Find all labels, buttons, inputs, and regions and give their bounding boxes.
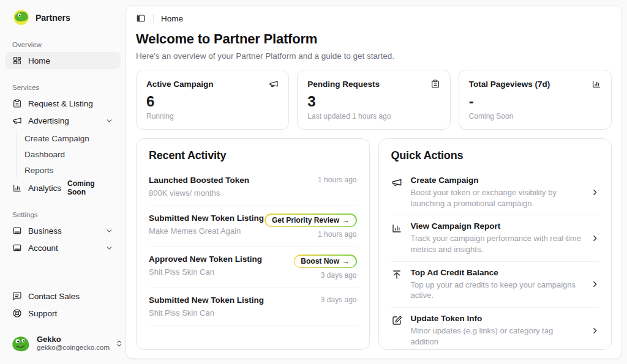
nav-label: Account — [28, 243, 58, 253]
sidebar-item-account[interactable]: Account — [5, 239, 121, 256]
sidebar-toggle-icon[interactable] — [136, 13, 146, 23]
nav-label: Advertising — [28, 116, 69, 125]
activity-row: Launched Boosted Token 800K views/ month… — [149, 168, 357, 206]
quick-action-top-ad-credit[interactable]: Top Ad Credit Balance Top up your ad cre… — [391, 262, 599, 308]
stats-row: Active Campaign 6 Running Pending Reques… — [126, 61, 621, 130]
activity-row: Submitted New Token Listing Shit Piss Sk… — [149, 288, 357, 326]
pill-label: Boost Now — [301, 257, 339, 266]
sidebar-item-business[interactable]: Business — [5, 222, 121, 239]
page-title: Welcome to Partner Platform — [136, 31, 612, 47]
quick-action-view-campaign-report[interactable]: View Campaign Report Track your campaign… — [391, 215, 599, 261]
sidebar-item-request-listing[interactable]: Request & Listing — [5, 95, 121, 112]
activity-time: 3 days ago — [321, 295, 357, 304]
megaphone-icon — [391, 177, 402, 188]
content-row: Recent Activity Launched Boosted Token 8… — [126, 130, 621, 358]
section-label-services: Services — [5, 84, 121, 91]
card-icon — [12, 226, 22, 236]
activity-row: Approved New Token Listing Shit Piss Ski… — [149, 247, 357, 288]
quick-action-create-campaign[interactable]: Create Campaign Boost your token or exch… — [391, 169, 599, 215]
arrow-right-icon: → — [342, 257, 350, 266]
breadcrumb[interactable]: Home — [161, 14, 183, 23]
activity-subtitle: Shit Piss Skin Can — [149, 308, 264, 318]
nav-label: Analytics — [28, 184, 61, 193]
message-icon — [12, 291, 22, 301]
chevron-right-icon — [591, 280, 599, 288]
megaphone-icon — [269, 79, 279, 89]
get-priority-review-button[interactable]: Get Priority Review→ — [265, 214, 356, 227]
chevron-right-icon — [591, 234, 599, 242]
pill-label: Get Priority Review — [272, 216, 339, 225]
user-name: Gekko — [37, 335, 110, 344]
quick-actions-list: Create Campaign Boost your token or exch… — [391, 169, 599, 350]
bar-chart-icon — [12, 183, 22, 193]
quick-actions-card: Quick Actions Create Campaign Boost your… — [378, 138, 612, 350]
nav-label: Home — [28, 56, 50, 65]
stat-card-active-campaign: Active Campaign 6 Running — [136, 70, 289, 130]
chevron-right-icon — [591, 188, 599, 196]
sidebar-spacer — [5, 256, 121, 288]
sidebar-subitem-create-campaign[interactable]: Create Campaign — [17, 130, 121, 146]
quick-action-title: Create Campaign — [411, 176, 583, 185]
stat-value: - — [469, 93, 601, 110]
nav-label: Business — [28, 226, 62, 236]
activity-subtitle: Make Memes Great Again — [149, 226, 264, 236]
sidebar-item-support[interactable]: Support — [5, 305, 121, 322]
chevron-down-icon — [105, 117, 113, 125]
chevron-down-icon — [105, 227, 113, 235]
clipboard-icon — [430, 79, 440, 89]
clipboard-icon — [12, 98, 22, 108]
advertising-submenu: Create Campaign Dashboard Reports — [17, 130, 121, 178]
quick-action-title: Top Ad Credit Balance — [411, 268, 583, 277]
activity-time: 1 hours ago — [318, 230, 356, 239]
bar-chart-icon — [391, 223, 402, 234]
quick-action-desc: Boost your token or exchange visibility … — [411, 187, 583, 209]
sidebar-subitem-dashboard[interactable]: Dashboard — [17, 146, 121, 162]
brand-name: Partners — [36, 13, 70, 23]
section-label-settings: Settings — [5, 211, 121, 218]
card-icon — [12, 243, 22, 253]
activity-time: 3 days ago — [321, 271, 357, 280]
page-subtitle: Here's an overview of your Partner Platf… — [136, 51, 612, 61]
stat-caption: Running — [146, 112, 279, 121]
sidebar-item-contact-sales[interactable]: Contact Sales — [5, 288, 121, 305]
stat-caption: Last updated 1 hours ago — [307, 112, 440, 121]
quick-action-update-token-info[interactable]: Update Token Info Minor updates (e.g lin… — [391, 308, 599, 350]
nav-label: Support — [28, 309, 57, 318]
chevron-right-icon — [591, 327, 599, 335]
stat-title: Total Pageviews (7d) — [469, 80, 550, 89]
chevron-down-icon — [105, 244, 113, 252]
stat-card-pending-requests: Pending Requests 3 Last updated 1 hours … — [297, 70, 450, 130]
edit-icon — [391, 315, 402, 326]
stat-title: Pending Requests — [307, 80, 380, 89]
activity-time: 1 hours ago — [318, 176, 356, 184]
brand: Partners — [5, 9, 121, 26]
topbar-divider — [153, 14, 154, 23]
sidebar-item-analytics[interactable]: Analytics Coming Soon — [5, 179, 121, 196]
stat-value: 3 — [307, 93, 440, 110]
quick-action-title: Update Token Info — [411, 314, 583, 323]
megaphone-icon — [12, 116, 22, 125]
sidebar-item-advertising[interactable]: Advertising — [5, 112, 121, 129]
recent-activity-title: Recent Activity — [149, 149, 357, 162]
avatar — [10, 333, 31, 354]
boost-now-button[interactable]: Boost Now→ — [294, 254, 357, 268]
app-root: Partners Overview Home Services Request … — [0, 0, 627, 364]
user-menu[interactable]: Gekko gekko@coingecko.com — [5, 329, 121, 358]
activity-subtitle: 800K views/ months — [149, 188, 249, 198]
quick-action-title: View Campaign Report — [411, 221, 583, 231]
page-header: Welcome to Partner Platform Here's an ov… — [126, 30, 621, 61]
activity-title: Submitted New Token Listing — [149, 214, 264, 223]
quick-action-desc: Top up your ad credits to keep your camp… — [411, 280, 583, 301]
arrow-up-to-line-icon — [391, 269, 402, 280]
stat-value: 6 — [146, 93, 279, 110]
arrow-right-icon: → — [342, 216, 350, 225]
activity-row: Submitted New Token Listing Make Memes G… — [149, 206, 357, 247]
nav-label: Contact Sales — [28, 292, 80, 301]
activity-subtitle: Shit Piss Skin Can — [149, 267, 262, 277]
quick-action-desc: Track your campaign performance with rea… — [411, 233, 583, 254]
activity-title: Submitted New Token Listing — [149, 295, 264, 305]
quick-actions-title: Quick Actions — [391, 149, 599, 162]
sidebar-item-home[interactable]: Home — [5, 52, 121, 69]
sidebar-subitem-reports[interactable]: Reports — [17, 162, 121, 178]
recent-activity-card: Recent Activity Launched Boosted Token 8… — [136, 138, 370, 350]
